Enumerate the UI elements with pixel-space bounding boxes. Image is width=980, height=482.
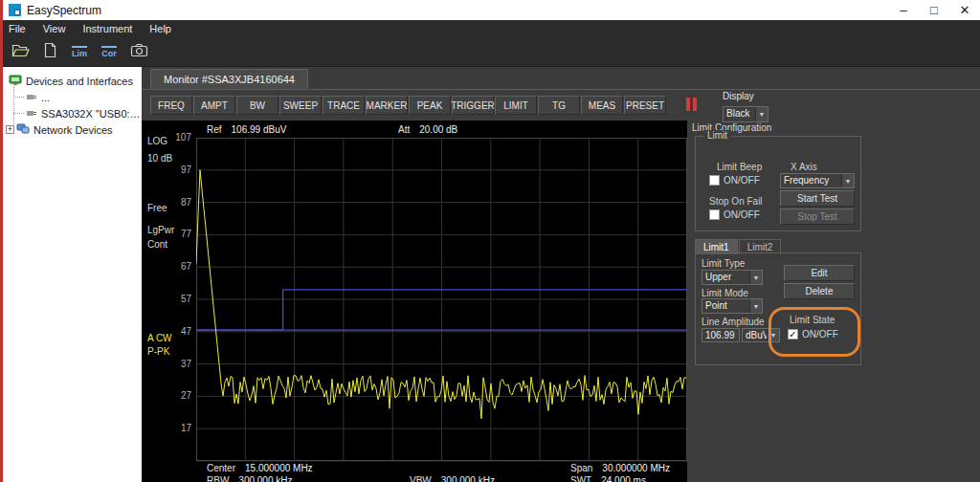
close-button[interactable]: ✕ [949,0,980,20]
devices-icon [9,75,22,88]
limit-beep-checkbox[interactable]: ON/OFF [709,175,760,186]
scale-div-label: 10 dB [147,153,172,164]
amplitude-unit-select[interactable]: dBuV ▼ [742,328,780,342]
menu-help[interactable]: Help [141,20,180,38]
pause-button[interactable] [686,98,700,115]
softkey-tg[interactable]: TG [538,96,580,115]
menu-bar: FileViewInstrumentHelp [0,20,980,38]
detector-label: P-PK [147,346,169,357]
y-axis-tick: 37 [144,359,191,369]
display-select-value: Black [724,107,755,121]
y-axis-tick: 97 [144,164,191,175]
toolbar: Lim Cor [0,38,980,67]
checkbox-box[interactable]: ✓ [788,329,798,340]
grid-lines [196,138,687,461]
limit-mode-select[interactable]: Point ▼ [702,298,763,314]
limit-type-select[interactable]: Upper ▼ [702,270,763,285]
swt-readout: SWT24.000 ms [570,475,646,482]
app-window: EasySpectrum – □ ✕ FileViewInstrumentHel… [0,0,980,482]
limit-state-checkbox[interactable]: ✓ ON/OFF [788,329,838,340]
checkbox-box[interactable] [709,175,720,186]
line-amplitude-input[interactable]: 106.99 [702,328,740,342]
x-axis-label: X Axis [791,162,817,172]
usb-icon [26,108,37,120]
chevron-down-icon: ▼ [841,174,854,187]
checkbox-box[interactable] [709,209,720,220]
softkey-trace[interactable]: TRACE [323,96,365,115]
network-devices-icon [16,123,30,137]
monitor-page: FREQAMPTBWSWEEPTRACEMARKERPEAKTRIGGERLIM… [142,89,980,482]
attenuation-readout: Att20.00 dB [398,124,457,135]
y-axis-tick: 27 [144,390,191,401]
menu-file[interactable]: File [0,20,34,38]
tab-monitor[interactable]: Monitor #SSA3XJB4160644 [150,69,308,89]
open-folder-icon [11,43,30,62]
limit-state-label: Limit State [790,315,835,325]
softkey-marker[interactable]: MARKER [366,96,408,115]
softkey-ampt[interactable]: AMPT [193,96,235,115]
limit-beep-label: Limit Beep [717,162,762,172]
limit-tool-icon: Lim [72,46,87,58]
y-axis-tick: 67 [144,261,191,272]
delete-button[interactable]: Delete [784,283,855,299]
y-axis-tick: 107 [144,132,191,142]
chevron-down-icon: ▼ [755,107,768,121]
center-frequency-readout: Center15.000000 MHz [207,463,313,473]
softkey-trigger[interactable]: TRIGGER [452,96,494,115]
save-button[interactable] [36,40,63,64]
tree-item-devices-and-interfaces[interactable]: Devices and Interfaces [3,73,142,89]
y-axis-tick: 17 [144,423,191,433]
expand-icon[interactable]: + [6,125,14,134]
span-readout: Span30.000000 MHz [570,463,670,473]
edit-button[interactable]: Edit [784,265,855,281]
tab-strip: Monitor #SSA3XJB4160644 [142,67,980,89]
screenshot-button[interactable] [125,40,152,64]
minimize-button[interactable]: – [888,0,919,20]
stop-test-button[interactable]: Stop Test [780,208,855,225]
y-axis-tick: 57 [144,294,191,304]
limit-group: Limit Limit Beep ON/OFF X Axis Frequency… [695,136,861,231]
start-test-button[interactable]: Start Test [780,190,855,207]
softkey-sweep[interactable]: SWEEP [279,96,322,115]
y-axis-tick: 47 [144,326,191,337]
display-label: Display [723,91,768,101]
pause-icon [693,98,697,111]
correction-tool-icon: Cor [101,46,117,58]
window-title: EasySpectrum [27,4,101,17]
tree-item-ssa3032x[interactable]: SSA3032X "USB0::0xF4EC::0... [3,105,142,121]
vbw-readout: VBW300.000 kHz [410,475,495,482]
softkey-bw[interactable]: BW [236,96,278,115]
document-icon [42,42,57,62]
y-axis-tick: 87 [144,197,191,208]
y-axis-tick: 77 [144,229,191,239]
device-tree-panel: Devices and Interfaces ... SSA3032X "USB… [3,67,142,482]
open-file-button[interactable] [7,40,33,64]
display-control: Display Black ▼ [723,91,768,122]
maximize-button[interactable]: □ [919,0,949,20]
chevron-down-icon: ▼ [749,299,762,313]
softkey-peak[interactable]: PEAK [409,96,451,115]
tree-item-usb-alias[interactable]: ... [3,89,142,105]
menu-instrument[interactable]: Instrument [74,20,141,38]
softkey-freq[interactable]: FREQ [150,96,192,115]
limit-tool-button[interactable]: Lim [66,40,93,64]
limit-type-label: Limit Type [702,258,745,269]
softkey-limit[interactable]: LIMIT [495,96,537,115]
tree-item-network-devices[interactable]: + Network Devices [3,121,142,138]
line-amplitude-label: Line Amplitude [702,317,765,327]
x-axis-select[interactable]: Frequency ▼ [780,173,855,188]
limit-configuration-panel: Limit Configuration Limit Limit Beep ON/… [691,120,867,390]
chevron-down-icon: ▼ [767,329,779,341]
window-controls: – □ ✕ [888,0,980,20]
menu-view[interactable]: View [34,20,75,38]
correction-tool-button[interactable]: Cor [96,40,122,64]
stop-on-fail-label: Stop On Fail [709,196,763,207]
camera-icon [130,43,148,61]
softkey-preset[interactable]: PRESET [624,96,666,115]
stop-on-fail-checkbox[interactable]: ON/OFF [709,209,760,220]
title-bar: EasySpectrum – □ ✕ [0,0,980,20]
softkey-meas[interactable]: MEAS [581,96,623,115]
limit-group-legend: Limit [703,130,731,141]
spectrum-display: Ref106.99 dBuV Att20.00 dB LOG 10 dB Fre… [142,120,687,482]
softkey-row: FREQAMPTBWSWEEPTRACEMARKERPEAKTRIGGERLIM… [150,96,667,115]
